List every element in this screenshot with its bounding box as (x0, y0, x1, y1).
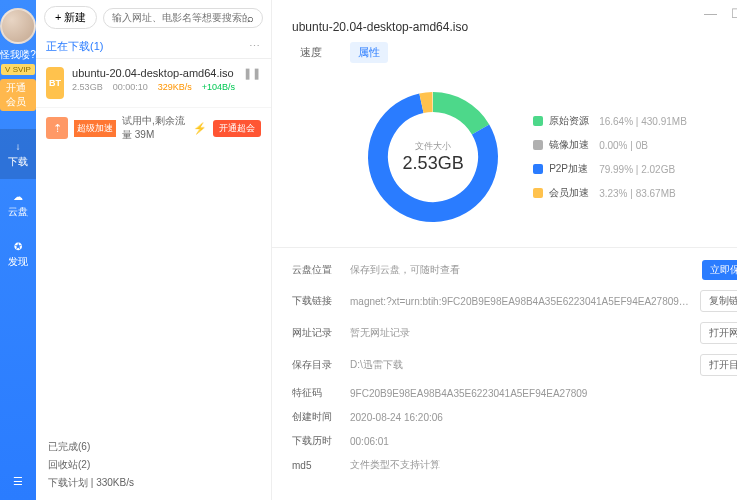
lbl-cloud: 云盘位置 (292, 263, 342, 277)
chart-center-value: 2.53GB (403, 153, 464, 174)
nav-download[interactable]: ↓ 下载 (0, 129, 36, 179)
completed-link[interactable]: 已完成(6) (48, 438, 259, 456)
chart-center-label: 文件大小 (415, 140, 451, 153)
nav-label: 下载 (8, 155, 28, 169)
legend-swatch (533, 140, 543, 150)
download-icon: ↓ (11, 139, 25, 153)
nav-cloud[interactable]: ☁ 云盘 (0, 179, 36, 229)
open-url-button[interactable]: 打开网址 (700, 322, 737, 344)
lbl-link: 下载链接 (292, 294, 342, 308)
pause-icon[interactable]: ❚❚ (243, 67, 261, 99)
nav-label: 发现 (8, 255, 28, 269)
legend-swatch (533, 188, 543, 198)
nickname: 怪我喽? (0, 48, 36, 62)
tab-speed[interactable]: 速度 (292, 42, 330, 63)
new-button[interactable]: + 新建 (44, 6, 97, 29)
copy-link-button[interactable]: 复制链接 (700, 290, 737, 312)
tab-attributes[interactable]: 属性 (350, 42, 388, 63)
nav-discover[interactable]: ✪ 发现 (0, 229, 36, 279)
legend-stat: 0.00% | 0B (599, 140, 648, 151)
file-size: 2.53GB (72, 82, 103, 92)
legend-stat: 79.99% | 2.02GB (599, 164, 675, 175)
trash-link[interactable]: 回收站(2) (48, 456, 259, 474)
search-icon[interactable]: ⌕ (247, 12, 254, 24)
vip-badge: V SVIP (1, 64, 35, 75)
lbl-hash: 特征码 (292, 386, 342, 400)
val-link: magnet:?xt=urn:btih:9FC20B9E98EA98B4A35E… (350, 296, 692, 307)
promo-text: 试用中,剩余流量 39M (122, 114, 187, 142)
open-vip-button[interactable]: 开通会员 (0, 79, 36, 111)
open-dir-button[interactable]: 打开目录 (700, 354, 737, 376)
lbl-ctime: 创建时间 (292, 410, 342, 424)
legend-name: P2P加速 (549, 162, 593, 176)
discover-icon: ✪ (11, 239, 25, 253)
val-md5: 文件类型不支持计算 (350, 458, 737, 472)
boost-speed: +104B/s (202, 82, 235, 92)
nav-label: 云盘 (8, 205, 28, 219)
legend-swatch (533, 164, 543, 174)
time-remaining: 00:00:10 (113, 82, 148, 92)
avatar[interactable] (0, 8, 36, 44)
legend-swatch (533, 116, 543, 126)
download-item[interactable]: BT ubuntu-20.04-desktop-amd64.iso 2.53GB… (36, 59, 271, 108)
speedup-icon: ⇡ (46, 117, 68, 139)
val-dtime: 00:06:01 (350, 436, 737, 447)
promo-button[interactable]: 开通超会 (213, 120, 261, 137)
legend-stat: 16.64% | 430.91MB (599, 116, 687, 127)
tab-downloading[interactable]: 正在下载(1) (46, 39, 103, 54)
legend-row: P2P加速79.99% | 2.02GB (533, 162, 687, 176)
lightning-icon: ⚡ (193, 122, 207, 135)
val-hist: 暂无网址记录 (350, 326, 692, 340)
save-cloud-button[interactable]: 立即保存 (702, 260, 737, 280)
legend-stat: 3.23% | 83.67MB (599, 188, 676, 199)
val-dir: D:\迅雷下载 (350, 358, 692, 372)
legend-row: 原始资源16.64% | 430.91MB (533, 114, 687, 128)
file-type-icon: BT (46, 67, 64, 99)
more-icon[interactable]: ⋯ (249, 40, 261, 53)
search-wrap[interactable]: ⌕ (103, 8, 263, 28)
speed: 329KB/s (158, 82, 192, 92)
val-cloud: 保存到云盘，可随时查看 (350, 263, 694, 277)
maximize-icon[interactable]: ☐ (731, 6, 737, 21)
plan-link[interactable]: 下载计划 | 330KB/s (48, 474, 259, 492)
legend-name: 镜像加速 (549, 138, 593, 152)
lbl-hist: 网址记录 (292, 326, 342, 340)
cloud-icon: ☁ (11, 189, 25, 203)
legend-name: 原始资源 (549, 114, 593, 128)
legend-row: 镜像加速0.00% | 0B (533, 138, 687, 152)
file-name: ubuntu-20.04-desktop-amd64.iso (72, 67, 235, 79)
minimize-icon[interactable]: — (704, 6, 717, 21)
legend-name: 会员加速 (549, 186, 593, 200)
lbl-dtime: 下载历时 (292, 434, 342, 448)
detail-title: ubuntu-20.04-desktop-amd64.iso (272, 0, 737, 42)
menu-icon[interactable]: ☰ (1, 463, 35, 500)
lbl-md5: md5 (292, 460, 342, 471)
val-ctime: 2020-08-24 16:20:06 (350, 412, 737, 423)
chart-legend: 原始资源16.64% | 430.91MB镜像加速0.00% | 0BP2P加速… (533, 114, 687, 200)
legend-row: 会员加速3.23% | 83.67MB (533, 186, 687, 200)
promo-tag: 超级加速 (74, 120, 116, 137)
donut-chart: 文件大小 2.53GB (363, 87, 503, 227)
promo-bar: ⇡ 超级加速 试用中,剩余流量 39M ⚡ 开通超会 (36, 108, 271, 148)
search-input[interactable] (112, 12, 247, 23)
lbl-dir: 保存目录 (292, 358, 342, 372)
val-hash: 9FC20B9E98EA98B4A35E6223041A5EF94EA27809 (350, 388, 737, 399)
